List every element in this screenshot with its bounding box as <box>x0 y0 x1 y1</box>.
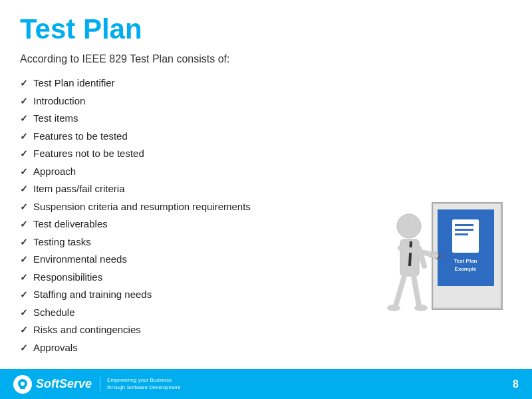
checklist-item-text: Introduction <box>33 94 85 109</box>
checklist-item: ✓Approvals <box>20 340 392 356</box>
illustration-area: Test Plan Example <box>366 196 512 329</box>
svg-rect-4 <box>455 224 473 226</box>
checklist-item: ✓Environmental needs <box>20 252 392 267</box>
checklist-item-text: Suspension criteria and resumption requi… <box>33 200 251 215</box>
checklist-item-text: Features to be tested <box>33 129 128 144</box>
svg-line-17 <box>414 276 419 306</box>
checklist-item: ✓Risks and contingencies <box>20 323 392 338</box>
check-icon: ✓ <box>20 217 28 231</box>
check-icon: ✓ <box>20 306 28 320</box>
checklist-item: ✓Responsibilities <box>20 270 392 285</box>
logo-icon <box>13 375 32 394</box>
svg-point-18 <box>387 305 400 311</box>
svg-point-19 <box>414 305 428 311</box>
checklist-item: ✓Features to be tested <box>20 129 392 144</box>
checklist-item-text: Staffing and training needs <box>33 287 152 303</box>
illustration-svg: Test Plan Example <box>366 196 512 329</box>
content-area: Test Plan According to IEEE 829 Test Pla… <box>0 0 532 369</box>
svg-text:Test Plan: Test Plan <box>454 258 477 264</box>
checklist-item: ✓Item pass/fail criteria <box>20 182 392 197</box>
tagline-line2: through Software Development <box>107 384 180 391</box>
check-icon: ✓ <box>20 288 28 302</box>
checklist-item-text: Item pass/fail criteria <box>33 182 125 197</box>
check-icon: ✓ <box>20 235 28 249</box>
check-icon: ✓ <box>20 271 28 285</box>
page-number: 8 <box>513 378 519 390</box>
svg-rect-6 <box>455 233 468 235</box>
checklist-item-text: Risks and contingencies <box>33 323 141 338</box>
checklist-item: ✓Approach <box>20 164 392 180</box>
svg-point-20 <box>432 252 438 259</box>
footer-tagline: Empowering your Business through Softwar… <box>100 377 180 391</box>
check-icon: ✓ <box>20 341 28 355</box>
checklist-item: ✓Staffing and training needs <box>20 287 392 303</box>
checklist: ✓Test Plan identifier✓Introduction✓Test … <box>20 76 392 358</box>
left-content: Test Plan According to IEEE 829 Test Pla… <box>20 13 392 358</box>
checklist-item-text: Responsibilities <box>33 270 102 285</box>
slide-subtitle: According to IEEE 829 Test Plan consists… <box>20 53 392 65</box>
logo-name: SoftServe <box>36 377 92 391</box>
check-icon: ✓ <box>20 112 28 126</box>
checklist-item: ✓Introduction <box>20 94 392 109</box>
svg-point-11 <box>397 214 421 238</box>
check-icon: ✓ <box>20 130 28 144</box>
tagline-line1: Empowering your Business <box>107 377 180 384</box>
checklist-item: ✓Testing tasks <box>20 235 392 250</box>
check-icon: ✓ <box>20 94 28 108</box>
checklist-item-text: Schedule <box>33 305 75 321</box>
check-icon: ✓ <box>20 253 28 267</box>
footer: SoftServe Empowering your Business throu… <box>0 369 532 399</box>
checklist-item-text: Approach <box>33 164 76 180</box>
check-icon: ✓ <box>20 200 28 214</box>
slide-title: Test Plan <box>20 13 392 45</box>
checklist-item-text: Approvals <box>33 340 78 356</box>
checklist-item-text: Features not to be tested <box>33 146 144 162</box>
check-icon: ✓ <box>20 165 28 179</box>
checklist-item: ✓Features not to be tested <box>20 146 392 162</box>
svg-text:Example: Example <box>455 266 477 272</box>
svg-point-21 <box>21 382 25 386</box>
check-icon: ✓ <box>20 182 28 196</box>
checklist-item-text: Test deliverables <box>33 217 108 232</box>
checklist-item: ✓Test deliverables <box>20 217 392 232</box>
checklist-item: ✓Suspension criteria and resumption requ… <box>20 200 392 215</box>
checklist-item: ✓Test items <box>20 111 392 126</box>
check-icon: ✓ <box>20 76 28 90</box>
checklist-item-text: Environmental needs <box>33 252 127 267</box>
checklist-item-text: Testing tasks <box>33 235 91 250</box>
check-icon: ✓ <box>20 147 28 161</box>
footer-left: SoftServe Empowering your Business throu… <box>13 375 180 394</box>
svg-rect-5 <box>455 229 473 231</box>
checklist-item: ✓Test Plan identifier <box>20 76 392 91</box>
checklist-item: ✓Schedule <box>20 305 392 321</box>
checklist-item-text: Test Plan identifier <box>33 76 115 91</box>
footer-logo: SoftServe <box>13 375 92 394</box>
checklist-item-text: Test items <box>33 111 78 126</box>
check-icon: ✓ <box>20 323 28 337</box>
svg-line-16 <box>396 276 404 306</box>
slide: Test Plan According to IEEE 829 Test Pla… <box>0 0 532 399</box>
